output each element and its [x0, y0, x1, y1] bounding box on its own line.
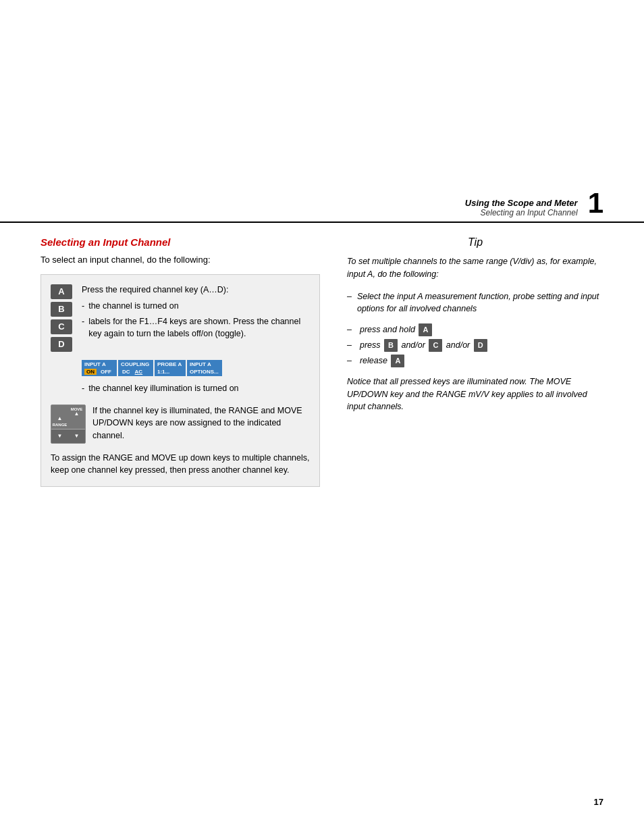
tip-dash-1: – — [347, 290, 352, 303]
fkey-options-val: OPTIONS... — [190, 369, 219, 375]
fkey-probe-label: PROBE A — [157, 361, 182, 368]
channel-btn-text: Press the required channel key (A…D): - … — [82, 284, 310, 344]
main-content: Selecting an Input Channel To select an … — [0, 223, 644, 514]
bullet2-text: labels for the F1…F4 keys are shown. Pre… — [88, 316, 310, 340]
tip-step-2-text: press and hold A — [360, 323, 603, 336]
fkeys-bar: INPUT A ON OFF COUPLING DC AC — [82, 360, 310, 376]
bullet-dash-2: - — [82, 316, 84, 328]
tip-step-2: – press and hold A — [347, 323, 603, 336]
page-number: 17 — [594, 797, 603, 807]
range-move-text: If the channel key is illuminated, the R… — [92, 405, 310, 442]
range-arrow-down-icon: ▼ — [57, 434, 63, 439]
tip-steps: – Select the input A measurement functio… — [347, 290, 603, 367]
tip-dash-3: – — [347, 339, 352, 352]
content-box: A B C D Press the required channel key (… — [41, 274, 320, 487]
fkey-inputa: INPUT A ON OFF — [82, 360, 117, 376]
tip-step-3: – press B and/or C and/or D — [347, 339, 603, 352]
tip-dash-4: – — [347, 355, 352, 367]
channel-btn-b[interactable]: B — [51, 302, 72, 317]
section-title: Selecting an Input Channel — [41, 236, 320, 248]
bullet-dash: - — [82, 301, 84, 313]
fkey-options: INPUT A OPTIONS... — [187, 360, 222, 376]
rm-bot-right: ▼ — [68, 429, 85, 443]
key-badge-d: D — [474, 339, 487, 352]
bullet-dash-3: - — [82, 383, 84, 395]
fkey-coupling: COUPLING DC AC — [118, 360, 153, 376]
tip-notice: Notice that all pressed keys are illumin… — [347, 375, 603, 413]
range-move-image: ▲ RANGE MOVE ▲ ▼ — [51, 405, 86, 444]
header-title: Using the Scope and Meter — [465, 198, 578, 208]
tip-step-4-text: release A — [360, 355, 603, 367]
page-container: Using the Scope and Meter Selecting an I… — [0, 0, 644, 834]
tip-intro: To set multiple channels to the same ran… — [347, 255, 603, 281]
bullet3-text: the channel key illumination is turned o… — [88, 383, 238, 395]
rm-left: ▲ RANGE — [51, 405, 68, 429]
rm-bot-left: ▼ — [51, 429, 68, 443]
tip-step-1-text: Select the input A measurement function,… — [357, 290, 603, 316]
channel-buttons-row: A B C D Press the required channel key (… — [51, 284, 310, 352]
chapter-number: 1 — [588, 189, 603, 217]
tip-dash-2: – — [347, 323, 352, 336]
fkey-coupling-onoff: DC AC — [121, 369, 144, 375]
key-badge-a-hold: A — [419, 323, 432, 336]
channel-buttons-col: A B C D — [51, 284, 72, 352]
fkey-probe: PROBE A 1:1... — [155, 360, 186, 376]
andor1: and/or — [401, 340, 425, 350]
right-column: Tip To set multiple channels to the same… — [347, 236, 603, 487]
move-arrow-up-icon: ▲ — [74, 411, 80, 417]
page-footer: 17 — [594, 797, 603, 807]
header-subtitle: Selecting an Input Channel — [465, 208, 578, 217]
fkey-dc: DC — [121, 369, 132, 375]
fkey-on: ON — [84, 369, 97, 375]
range-label: RANGE — [53, 423, 68, 427]
key-badge-a-release: A — [391, 355, 404, 367]
tip-title: Tip — [347, 236, 603, 249]
tip-step-1: – Select the input A measurement functio… — [347, 290, 603, 316]
range-move-top: ▲ RANGE MOVE ▲ — [51, 405, 85, 429]
key-badge-b: B — [384, 339, 398, 352]
release-text: release — [360, 356, 387, 365]
page-header: Using the Scope and Meter Selecting an I… — [0, 0, 644, 223]
fkey-ac: AC — [134, 369, 144, 375]
press-text-step3: press — [360, 340, 381, 350]
bullet1: - the channel is turned on — [82, 301, 310, 313]
tip-step-3-text: press B and/or C and/or D — [360, 339, 603, 352]
fkey-options-label: INPUT A — [190, 361, 211, 368]
press-hold-text: press and hold — [360, 325, 415, 334]
fkey-off: OFF — [99, 369, 113, 375]
range-move-bottom: ▼ ▼ — [51, 429, 85, 443]
section-intro: To select an input channel, do the follo… — [41, 255, 320, 265]
bullet2: - labels for the F1…F4 keys are shown. P… — [82, 316, 310, 340]
bullet3: - the channel key illumination is turned… — [82, 383, 310, 395]
fkey-coupling-label: COUPLING — [121, 361, 149, 368]
fkey-inputa-label: INPUT A — [84, 361, 106, 368]
range-move-section: ▲ RANGE MOVE ▲ ▼ — [51, 405, 310, 444]
key-badge-c: C — [429, 339, 442, 352]
fkey-inputa-onoff: ON OFF — [84, 369, 113, 375]
left-column: Selecting an Input Channel To select an … — [41, 236, 320, 487]
arrow-up-icon: ▲ — [57, 416, 63, 421]
press-text: Press the required channel key (A…D): — [82, 284, 310, 296]
bullet1-text: the channel is turned on — [88, 301, 178, 313]
channel-btn-c[interactable]: C — [51, 319, 72, 334]
rm-right: MOVE ▲ — [68, 405, 85, 429]
channel-btn-d[interactable]: D — [51, 337, 72, 352]
extra-text: To assign the RANGE and MOVE up down key… — [51, 452, 310, 477]
tip-step-4: – release A — [347, 355, 603, 367]
andor2: and/or — [446, 340, 470, 350]
channel-btn-a[interactable]: A — [51, 284, 72, 299]
move-arrow-down-icon: ▼ — [74, 434, 80, 439]
fkey-probe-val: 1:1... — [157, 369, 169, 375]
